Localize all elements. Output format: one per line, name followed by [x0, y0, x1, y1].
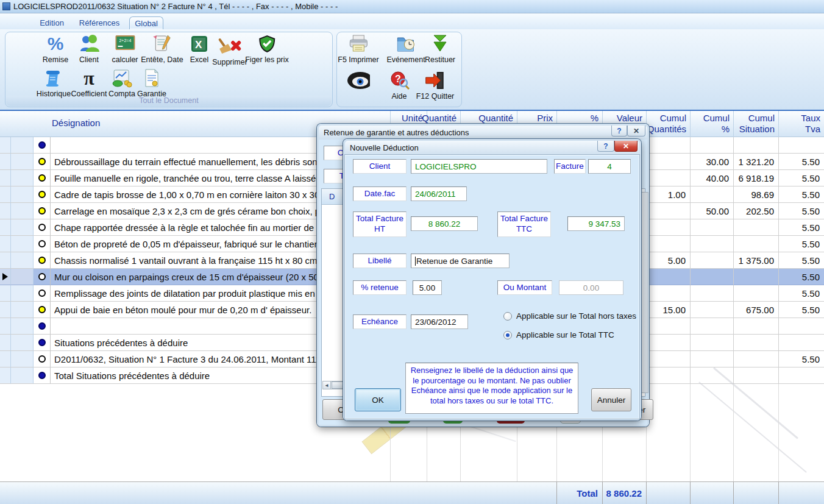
blue-circle-icon	[38, 339, 46, 346]
tab-global[interactable]: Global	[129, 16, 163, 29]
cell-value: 5.50	[778, 219, 824, 236]
yellow-circle-icon	[38, 207, 46, 215]
row-gutter	[11, 285, 34, 302]
row-gutter	[0, 236, 11, 252]
title-bar: LOGICIELSPROD2011/0632 Situation N° 2 Fa…	[0, 0, 824, 13]
grid-column-line	[690, 384, 691, 481]
button-compta[interactable]: Compta	[108, 67, 135, 98]
row-gutter	[11, 269, 34, 285]
cell-value: 5.00	[646, 252, 690, 269]
ou-montant-input[interactable]: 0.00	[559, 280, 623, 295]
radio-total-ttc[interactable]: Applicable sur le Total TTC	[503, 330, 614, 339]
cell-value	[733, 367, 778, 384]
client-value[interactable]: LOGICIELSPRO	[411, 159, 547, 174]
button-calculer[interactable]: 2+2=4 calculer	[112, 33, 138, 64]
inner-help-button[interactable]: ?	[597, 141, 614, 152]
row-gutter	[0, 269, 11, 285]
radio-total-hors-taxes[interactable]: Applicable sur le Total hors taxes	[503, 311, 636, 321]
total-ht-label: Total Facture HT	[353, 211, 407, 237]
radio-on-icon	[503, 331, 512, 339]
cell-value	[646, 285, 690, 302]
button-apercu[interactable]	[347, 69, 370, 91]
chart-money-icon	[110, 67, 133, 89]
row-status-cell	[34, 367, 51, 384]
scroll-left-arrow[interactable]: ◄	[323, 382, 331, 389]
row-gutter	[0, 137, 11, 154]
echeance-input[interactable]: 23/06/2012	[411, 314, 468, 329]
cell-value	[690, 302, 733, 318]
cell-value	[646, 318, 690, 335]
row-gutter	[11, 219, 34, 236]
folder-clock-icon	[394, 33, 417, 55]
notepad-pencil-icon	[151, 33, 174, 55]
cell-value	[690, 269, 733, 285]
row-status-cell	[34, 269, 51, 285]
cell-value	[733, 351, 778, 367]
outer-close-button[interactable]: ✕	[627, 126, 645, 137]
button-historique[interactable]: Historique	[37, 67, 71, 98]
tab-references[interactable]: Références	[77, 16, 122, 29]
button-entete-date[interactable]: Entête, Date	[141, 33, 183, 64]
button-coefficient[interactable]: π Coefficient	[71, 67, 107, 98]
annuler-button[interactable]: Annuler	[591, 388, 631, 411]
grid-column-line	[733, 384, 734, 481]
row-status-cell	[34, 154, 51, 170]
total-ttc-label: Total Facture TTC	[497, 211, 551, 237]
row-gutter	[11, 335, 34, 351]
row-gutter	[11, 170, 34, 186]
cell-value: 30.00	[690, 154, 733, 170]
ok-button[interactable]: OK	[355, 388, 401, 411]
button-f12-quitter[interactable]: F12 Quitter	[416, 69, 455, 101]
inner-dialog-titlebar[interactable]: Nouvelle Déduction	[345, 141, 639, 155]
cell-value: 5.50	[778, 236, 824, 252]
button-client[interactable]: Client	[77, 33, 101, 64]
facture-value[interactable]: 4	[588, 159, 631, 174]
cell-value	[646, 170, 690, 186]
row-status-cell	[34, 186, 51, 203]
button-excel[interactable]: X Excel	[188, 33, 211, 64]
col-cumul-pct[interactable]: Cumul %	[690, 111, 733, 137]
cell-value	[733, 236, 778, 252]
pct-retenue-input[interactable]: 5.00	[413, 280, 442, 295]
cell-value	[690, 351, 733, 367]
cell-value: 5.50	[778, 170, 824, 186]
row-gutter	[11, 154, 34, 170]
cell-value: 5.50	[778, 203, 824, 219]
document-seal-icon	[140, 67, 163, 89]
row-status-cell	[34, 335, 51, 351]
datefac-value[interactable]: 24/06/2011	[411, 186, 467, 201]
row-gutter	[0, 335, 11, 351]
total-ht-value[interactable]: 8 860.22	[411, 216, 478, 231]
total-ttc-value[interactable]: 9 347.53	[567, 216, 625, 231]
eye-icon	[347, 69, 370, 91]
cell-value	[778, 335, 824, 351]
row-status-cell	[34, 252, 51, 269]
outer-table-vscrollbar[interactable]	[641, 192, 648, 393]
percent-icon: %	[44, 33, 67, 55]
button-remise[interactable]: % Remise	[43, 33, 68, 64]
row-gutter	[0, 302, 11, 318]
col-taux-tva[interactable]: Taux Tva	[778, 111, 824, 137]
inner-close-button[interactable]: ✕	[614, 141, 638, 152]
row-gutter	[0, 252, 11, 269]
libelle-input[interactable]: Retenue de Garantie	[411, 254, 510, 268]
button-evenement[interactable]: Evénement	[386, 33, 425, 64]
col-cumul-situation[interactable]: Cumul Situation	[733, 111, 778, 137]
cell-value	[733, 285, 778, 302]
cell-value	[690, 219, 733, 236]
outer-dialog-title: Retenue de garantie et autres déductions	[324, 128, 469, 137]
outer-help-button[interactable]: ?	[611, 126, 627, 137]
outer-dialog-titlebar[interactable]: Retenue de garantie et autres déductions	[319, 126, 647, 140]
current-row-arrow-icon	[2, 273, 8, 280]
button-f5-imprimer[interactable]: F5 Imprimer	[338, 33, 378, 64]
col-cumul-quantites[interactable]: Cumul Quantités	[646, 111, 690, 137]
tab-edition[interactable]: Edition	[35, 16, 68, 29]
button-aide[interactable]: ? Aide	[388, 69, 411, 101]
button-garantie[interactable]: Garantie	[137, 67, 166, 98]
button-restituer[interactable]: Restituer	[425, 33, 455, 64]
button-figer-les-prix[interactable]: Figer les prix	[245, 33, 289, 64]
button-supprimer[interactable]: Supprimer	[212, 35, 247, 66]
chalkboard-icon: 2+2=4	[113, 33, 137, 55]
row-gutter	[11, 236, 34, 252]
row-gutter	[0, 367, 11, 384]
